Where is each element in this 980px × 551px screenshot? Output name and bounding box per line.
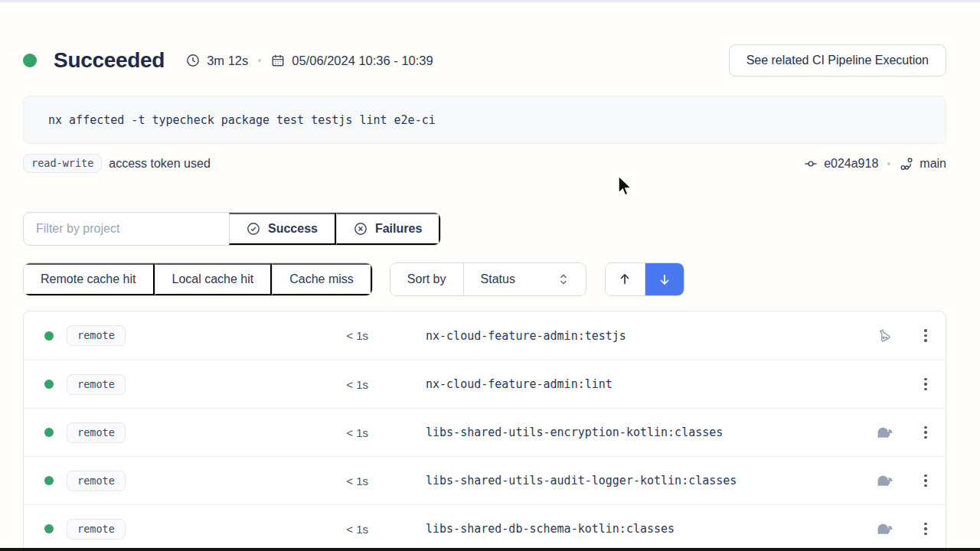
- task-name: libs-shared-utils-audit-logger-kotlin:cl…: [426, 474, 737, 487]
- task-menu-button[interactable]: [913, 420, 938, 445]
- task-status-dot: [44, 428, 54, 437]
- failures-filter-button[interactable]: Failures: [336, 213, 440, 245]
- task-name: libs-shared-utils-encryption-kotlin:clas…: [426, 425, 723, 439]
- clock-icon: [186, 54, 200, 67]
- task-menu-button[interactable]: [913, 324, 938, 348]
- sort-descending-button[interactable]: [645, 263, 684, 295]
- task-status-dot: [44, 524, 54, 533]
- task-icon-slot: [869, 328, 900, 344]
- access-token-text: access token used: [109, 157, 211, 171]
- task-status-dot: [44, 331, 54, 341]
- cache-source-badge: remote: [67, 519, 126, 540]
- task-menu-button[interactable]: [913, 468, 938, 493]
- page-title: Succeeded: [54, 48, 165, 73]
- task-row[interactable]: remote < 1s libs-shared-utils-audit-logg…: [24, 456, 946, 504]
- commit-hash: e024a918: [824, 157, 878, 171]
- x-circle-icon: [354, 222, 368, 236]
- sort-select-value: Status: [481, 272, 515, 286]
- gradle-elephant-icon: [876, 474, 893, 487]
- cache-filter-group: Remote cache hit Local cache hit Cache m…: [23, 262, 373, 296]
- bottom-bar: [0, 548, 980, 551]
- task-duration: < 1s: [322, 329, 368, 342]
- execution-header: Succeeded 3m 12s 05/06/2024 10:36 - 10:3…: [23, 44, 946, 77]
- gradle-elephant-icon: [876, 425, 893, 439]
- task-menu-button[interactable]: [913, 372, 938, 396]
- sort-by-label: Sort by: [390, 263, 463, 295]
- remote-cache-hit-button[interactable]: Remote cache hit: [24, 263, 155, 295]
- task-row[interactable]: remote < 1s nx-cloud-feature-admin:testj…: [24, 311, 946, 360]
- flask-icon: [876, 328, 893, 344]
- sort-ascending-button[interactable]: [606, 263, 645, 295]
- task-name: nx-cloud-feature-admin:lint: [426, 377, 612, 391]
- sort-direction-group: [605, 262, 684, 296]
- run-command: nx affected -t typecheck package test te…: [23, 96, 946, 144]
- see-related-ci-pipeline-button[interactable]: See related CI Pipeline Execution: [729, 44, 946, 77]
- sort-group: Sort by Status: [390, 262, 586, 296]
- cache-miss-button[interactable]: Cache miss: [272, 263, 372, 295]
- cache-source-badge: remote: [67, 422, 126, 443]
- separator-dot: [887, 162, 890, 165]
- task-row[interactable]: remote < 1s libs-shared-utils-encryption…: [24, 408, 946, 456]
- task-row[interactable]: remote < 1s nx-cloud-feature-admin:lint: [24, 360, 946, 408]
- task-name: libs-shared-db-schema-kotlin:classes: [426, 522, 675, 536]
- success-filter-label: Success: [268, 222, 318, 236]
- task-duration: < 1s: [322, 523, 368, 536]
- task-menu-button[interactable]: [913, 517, 938, 541]
- branch-name: main: [920, 157, 946, 171]
- toolbar-row: Remote cache hit Local cache hit Cache m…: [23, 262, 946, 296]
- duration-text: 3m 12s: [207, 54, 248, 68]
- task-icon-slot: [869, 474, 900, 487]
- pipeline-execution-page: Succeeded 3m 12s 05/06/2024 10:36 - 10:3…: [0, 2, 980, 551]
- arrow-up-icon: [618, 272, 632, 286]
- filter-by-project-input[interactable]: [24, 213, 229, 245]
- task-name: nx-cloud-feature-admin:testjs: [426, 329, 626, 343]
- separator-dot: [258, 59, 261, 62]
- task-list: remote < 1s nx-cloud-feature-admin:testj…: [23, 311, 946, 551]
- task-duration: < 1s: [322, 474, 368, 487]
- filter-row: Success Failures: [23, 212, 946, 246]
- task-status-dot: [44, 476, 54, 485]
- task-duration: < 1s: [322, 426, 368, 439]
- sort-select[interactable]: Status: [463, 263, 586, 295]
- calendar-icon: [271, 54, 285, 67]
- local-cache-hit-button[interactable]: Local cache hit: [155, 263, 273, 295]
- token-row: read-write access token used e024a918 ma…: [23, 154, 946, 173]
- arrow-down-icon: [658, 272, 671, 286]
- commit-icon: [804, 157, 818, 171]
- vcs-info: e024a918 main: [804, 157, 946, 171]
- chevron-up-down-icon: [558, 273, 569, 285]
- date-range-text: 05/06/2024 10:36 - 10:39: [292, 54, 433, 68]
- gradle-elephant-icon: [876, 522, 893, 536]
- success-filter-button[interactable]: Success: [229, 213, 336, 245]
- task-icon-slot: [869, 425, 900, 439]
- task-row[interactable]: remote < 1s libs-shared-db-schema-kotlin…: [24, 504, 946, 551]
- cache-source-badge: remote: [67, 471, 126, 491]
- check-circle-icon: [247, 222, 260, 236]
- cache-source-badge: remote: [67, 374, 126, 395]
- project-filter-group: Success Failures: [23, 212, 441, 246]
- task-duration: < 1s: [322, 378, 368, 391]
- status-dot: [23, 54, 37, 67]
- execution-meta: 3m 12s 05/06/2024 10:36 - 10:39: [186, 54, 433, 68]
- cache-source-badge: remote: [67, 325, 126, 346]
- task-icon-slot: [869, 522, 900, 536]
- git-branch-icon: [900, 157, 913, 171]
- failures-filter-label: Failures: [375, 222, 422, 236]
- access-token-badge: read-write: [23, 154, 102, 173]
- task-status-dot: [44, 380, 54, 389]
